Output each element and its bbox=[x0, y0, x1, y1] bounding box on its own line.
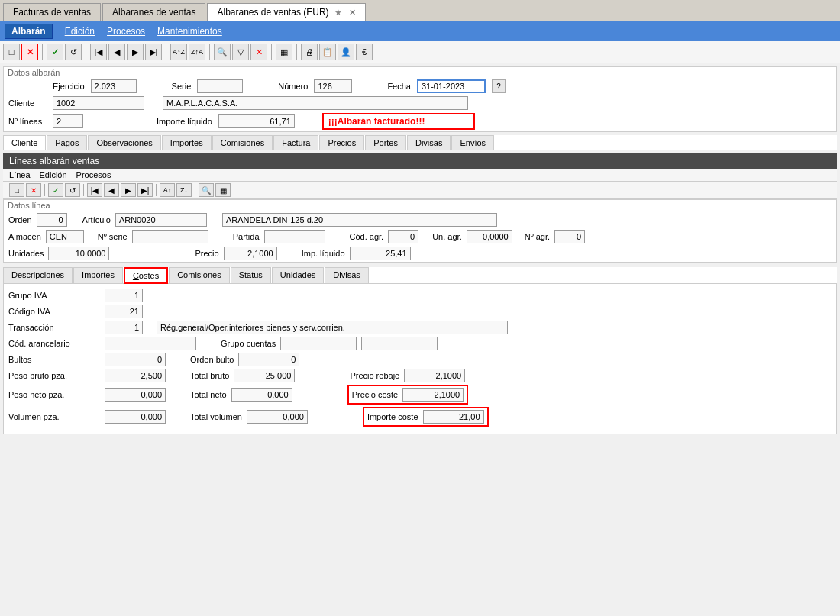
bultos-input[interactable] bbox=[105, 353, 166, 366]
grupocuentas-input2[interactable] bbox=[361, 337, 438, 350]
grupo-iva-input[interactable] bbox=[105, 289, 143, 302]
grupocuentas-input[interactable] bbox=[280, 337, 357, 350]
ordenbulto-label: Orden bulto bbox=[190, 355, 234, 364]
tab-portes[interactable]: Portes bbox=[365, 135, 406, 150]
user-button[interactable]: 👤 bbox=[338, 44, 354, 60]
sub-confirm-button[interactable]: ✓ bbox=[48, 183, 63, 197]
linea-menu-edicion[interactable]: Edición bbox=[40, 170, 67, 179]
sub-last-button[interactable]: ▶| bbox=[137, 183, 153, 197]
sort-za-button[interactable]: Z↑A bbox=[189, 44, 205, 60]
sub-sort2-button[interactable]: Z↓ bbox=[176, 183, 192, 197]
almacen-input[interactable] bbox=[46, 230, 84, 243]
separator-4 bbox=[209, 44, 210, 60]
tab-precios[interactable]: Precios bbox=[319, 135, 364, 150]
ordenbulto-input[interactable] bbox=[238, 353, 299, 366]
impliquido-input[interactable] bbox=[350, 247, 411, 260]
articulo-input[interactable] bbox=[115, 213, 207, 227]
articulo-desc-input[interactable] bbox=[222, 213, 497, 227]
tab-pagos[interactable]: Pagos bbox=[47, 135, 87, 150]
sub-undo-button[interactable]: ↺ bbox=[65, 183, 80, 197]
numero-input[interactable] bbox=[314, 79, 352, 93]
tab-facturas-ventas[interactable]: Facturas de ventas bbox=[3, 3, 101, 21]
btab-status[interactable]: Status bbox=[231, 267, 271, 283]
filter-button[interactable]: ▽ bbox=[232, 44, 249, 60]
btab-importes[interactable]: Importes bbox=[73, 267, 123, 283]
tab-importes[interactable]: Importes bbox=[162, 135, 212, 150]
nlineas-input[interactable] bbox=[53, 114, 83, 128]
totalneto-input[interactable] bbox=[231, 388, 292, 402]
menu-procesos[interactable]: Procesos bbox=[107, 26, 145, 37]
linea-menu-procesos[interactable]: Procesos bbox=[76, 170, 111, 179]
export-button[interactable]: 📋 bbox=[319, 44, 336, 60]
menu-mantenimientos[interactable]: Mantenimientos bbox=[157, 26, 222, 37]
pesobruto-input[interactable] bbox=[105, 369, 166, 382]
fecha-input[interactable] bbox=[417, 79, 486, 93]
sub-prev-button[interactable]: ◀ bbox=[104, 183, 119, 197]
tab-albaranes-ventas[interactable]: Albaranes de ventas bbox=[102, 3, 205, 21]
euro-button[interactable]: € bbox=[356, 44, 373, 60]
menu-edicion[interactable]: Edición bbox=[65, 26, 95, 37]
search-button[interactable]: 🔍 bbox=[214, 44, 231, 60]
unidades-input[interactable] bbox=[48, 247, 109, 260]
sub-next-button[interactable]: ▶ bbox=[121, 183, 136, 197]
print-button[interactable]: 🖨 bbox=[301, 44, 318, 60]
sub-first-button[interactable]: |◀ bbox=[87, 183, 102, 197]
importe-input[interactable] bbox=[218, 114, 295, 128]
next-button[interactable]: ▶ bbox=[127, 44, 144, 60]
tab-factura[interactable]: Factura bbox=[273, 135, 318, 150]
sub-delete-button[interactable]: ✕ bbox=[26, 183, 41, 197]
codagr-input[interactable] bbox=[388, 230, 418, 243]
sub-grid-button[interactable]: ▦ bbox=[215, 183, 231, 197]
codarancelario-input[interactable] bbox=[105, 337, 196, 350]
fecha-help-button[interactable]: ? bbox=[492, 79, 506, 93]
tab-observaciones[interactable]: Observaciones bbox=[88, 135, 160, 150]
pesoneto-input[interactable] bbox=[105, 388, 166, 402]
btab-costes[interactable]: Costes bbox=[124, 267, 168, 284]
sub-sort-button[interactable]: A↑ bbox=[160, 183, 175, 197]
transaccion-input[interactable] bbox=[105, 321, 143, 334]
noagr-input[interactable] bbox=[554, 230, 585, 243]
grid-button[interactable]: ▦ bbox=[276, 44, 292, 60]
last-button[interactable]: ▶| bbox=[145, 44, 162, 60]
sub-search-button[interactable]: 🔍 bbox=[199, 183, 214, 197]
datos-linea-title: Datos línea bbox=[4, 200, 836, 211]
btab-comisiones[interactable]: Comisiones bbox=[169, 267, 229, 283]
confirm-button[interactable]: ✓ bbox=[47, 44, 63, 60]
menu-albaran[interactable]: Albarán bbox=[5, 24, 53, 39]
new-button[interactable]: □ bbox=[3, 44, 20, 60]
ejercicio-input[interactable] bbox=[91, 79, 137, 93]
importecoste-input[interactable] bbox=[423, 410, 484, 424]
partida-input[interactable] bbox=[264, 230, 325, 243]
btab-unidades[interactable]: Unidades bbox=[272, 267, 325, 283]
tab-divisas[interactable]: Divisas bbox=[407, 135, 451, 150]
nserie-input[interactable] bbox=[132, 230, 208, 243]
linea-menu-linea[interactable]: Línea bbox=[9, 170, 31, 179]
unagr-input[interactable] bbox=[467, 230, 512, 243]
close-tab-icon[interactable]: ✕ bbox=[349, 8, 356, 17]
btab-divisas[interactable]: Divisas bbox=[325, 267, 368, 283]
orden-input[interactable] bbox=[37, 213, 67, 227]
preciocoste-input[interactable] bbox=[402, 388, 464, 402]
precio-input[interactable] bbox=[224, 247, 277, 260]
btab-descripciones[interactable]: Descripciones bbox=[3, 267, 73, 283]
transaccion-desc-input[interactable] bbox=[157, 321, 508, 334]
prev-button[interactable]: ◀ bbox=[108, 44, 125, 60]
delete-button[interactable]: ✕ bbox=[21, 44, 38, 60]
cliente-input[interactable] bbox=[53, 96, 144, 110]
undo-button[interactable]: ↺ bbox=[65, 44, 82, 60]
tab-albaranes-ventas-eur[interactable]: Albaranes de ventas (EUR) ★ ✕ bbox=[207, 3, 366, 21]
cliente-name-input[interactable] bbox=[163, 96, 468, 110]
tab-cliente[interactable]: Cliente bbox=[3, 135, 46, 150]
totalbruto-input[interactable] bbox=[234, 369, 295, 382]
serie-input[interactable] bbox=[197, 79, 243, 93]
tab-envios[interactable]: Envíos bbox=[451, 135, 494, 150]
clear-filter-button[interactable]: ✕ bbox=[250, 44, 267, 60]
preciorebaje-input[interactable] bbox=[404, 369, 465, 382]
totalvolumen-input[interactable] bbox=[247, 410, 308, 424]
first-button[interactable]: |◀ bbox=[90, 44, 107, 60]
tab-comisiones[interactable]: Comisiones bbox=[212, 135, 273, 150]
codigo-iva-input[interactable] bbox=[105, 305, 143, 318]
volumen-input[interactable] bbox=[105, 410, 166, 424]
sub-new-button[interactable]: □ bbox=[9, 183, 24, 197]
sort-az-button[interactable]: A↑Z bbox=[170, 44, 187, 60]
